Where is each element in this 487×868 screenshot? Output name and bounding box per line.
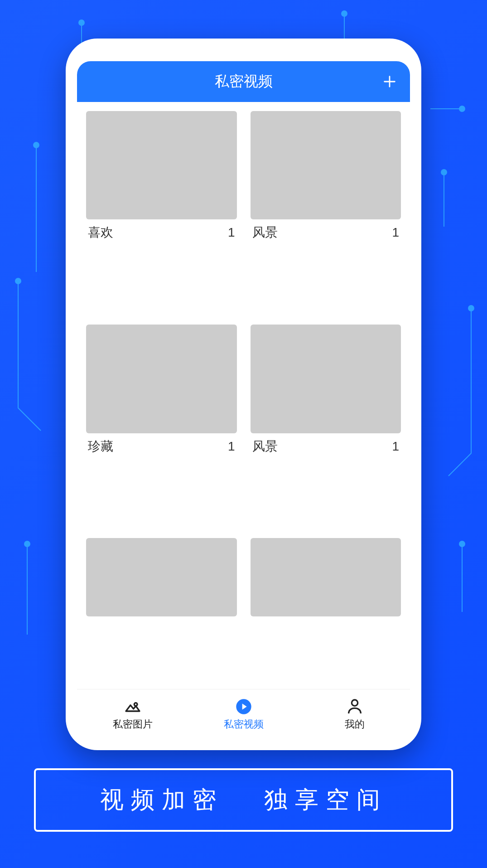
image-icon bbox=[124, 698, 142, 716]
svg-point-8 bbox=[441, 170, 447, 175]
svg-point-3 bbox=[34, 142, 39, 148]
phone-mockup: 私密视频 喜欢 1 风景 1 bbox=[66, 39, 421, 750]
banner-text-right: 独享空间 bbox=[264, 784, 387, 816]
album-label: 珍藏 bbox=[88, 438, 113, 455]
nav-tab-private-videos[interactable]: 私密视频 bbox=[188, 689, 299, 739]
svg-point-10 bbox=[352, 700, 357, 706]
svg-point-0 bbox=[79, 20, 84, 25]
app-header: 私密视频 bbox=[77, 61, 410, 102]
album-count: 1 bbox=[228, 225, 235, 240]
album-thumbnail bbox=[251, 538, 401, 616]
bottom-nav: 私密图片 私密视频 我的 bbox=[77, 689, 410, 739]
album-count: 1 bbox=[228, 439, 235, 454]
svg-point-5 bbox=[468, 305, 474, 311]
svg-point-2 bbox=[459, 106, 465, 112]
nav-label: 私密视频 bbox=[224, 718, 264, 731]
album-thumbnail bbox=[86, 111, 237, 219]
album-thumbnail bbox=[251, 111, 401, 219]
svg-point-4 bbox=[15, 278, 21, 284]
nav-tab-profile[interactable]: 我的 bbox=[299, 689, 410, 739]
album-item[interactable]: 喜欢 1 bbox=[86, 111, 237, 315]
album-thumbnail bbox=[86, 325, 237, 433]
person-icon bbox=[346, 698, 364, 716]
add-button[interactable] bbox=[381, 73, 399, 91]
album-count: 1 bbox=[392, 439, 399, 454]
page-title: 私密视频 bbox=[215, 72, 273, 92]
album-thumbnail bbox=[251, 325, 401, 433]
plus-icon bbox=[382, 74, 397, 89]
album-item[interactable] bbox=[251, 538, 401, 689]
phone-screen: 私密视频 喜欢 1 风景 1 bbox=[77, 61, 410, 739]
album-item[interactable] bbox=[86, 538, 237, 689]
album-count: 1 bbox=[392, 225, 399, 240]
nav-label: 私密图片 bbox=[113, 718, 153, 731]
album-item[interactable]: 珍藏 1 bbox=[86, 325, 237, 529]
album-label: 风景 bbox=[252, 438, 278, 455]
nav-tab-private-images[interactable]: 私密图片 bbox=[77, 689, 188, 739]
album-label: 风景 bbox=[252, 224, 278, 241]
nav-label: 我的 bbox=[345, 718, 365, 731]
album-label: 喜欢 bbox=[88, 224, 113, 241]
promo-banner: 视频加密 独享空间 bbox=[34, 768, 453, 832]
album-thumbnail bbox=[86, 538, 237, 616]
svg-point-7 bbox=[24, 541, 30, 547]
album-item[interactable]: 风景 1 bbox=[251, 325, 401, 529]
banner-text-left: 视频加密 bbox=[100, 784, 223, 816]
play-circle-icon bbox=[235, 698, 253, 716]
album-grid: 喜欢 1 风景 1 珍藏 1 风景 bbox=[77, 102, 410, 689]
album-item[interactable]: 风景 1 bbox=[251, 111, 401, 315]
svg-point-6 bbox=[459, 541, 465, 547]
svg-point-1 bbox=[342, 11, 347, 16]
